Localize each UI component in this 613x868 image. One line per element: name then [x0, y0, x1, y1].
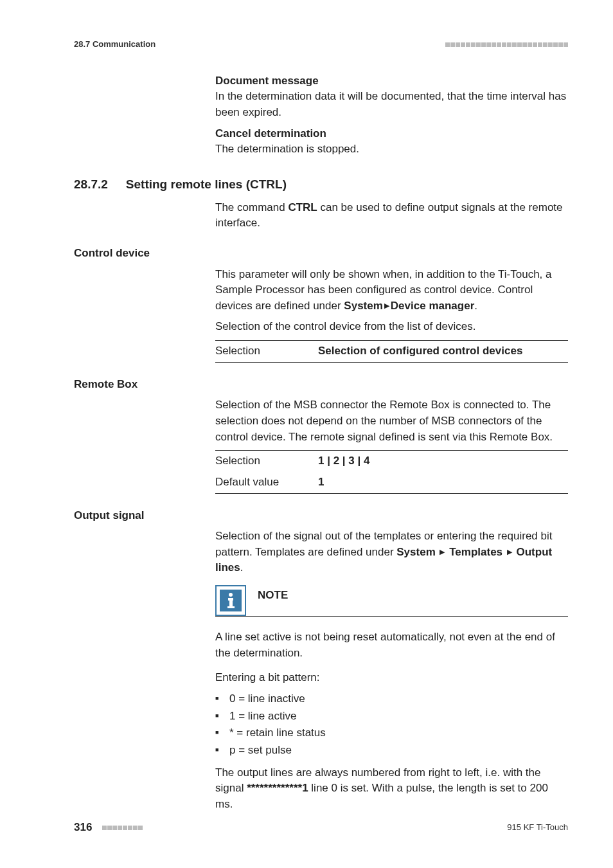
section-title: Setting remote lines (CTRL) [126, 176, 287, 194]
os-p1-post: . [240, 561, 244, 574]
section-intro-pre: The command [215, 201, 288, 213]
footer-decor [102, 826, 143, 830]
header-decor [445, 42, 568, 47]
cancel-title: Cancel determination [215, 126, 568, 142]
page-header: 28.7 Communication [74, 39, 568, 51]
docmsg-title: Document message [215, 73, 568, 89]
list-item: 1 = line active [229, 709, 568, 725]
intro-definitions: Document message In the determination da… [215, 73, 568, 158]
rb-sel-val: 1 | 2 | 3 | 4 [318, 451, 568, 472]
cd-table-key: Selection [215, 341, 318, 363]
cd-table-val: Selection of configured control devices [318, 341, 568, 363]
docmsg-text: In the determination data it will be doc… [215, 89, 568, 120]
triangle-icon: ▶ [384, 301, 389, 311]
triangle-icon: ▶ [507, 547, 512, 557]
rb-sel-key: Selection [215, 451, 318, 472]
cancel-text: The determination is stopped. [215, 141, 568, 158]
control-device-p1: This parameter will only be shown when, … [215, 267, 568, 314]
section-heading: 28.7.2 Setting remote lines (CTRL) [74, 176, 568, 194]
remote-box-p1: Selection of the MSB connector the Remot… [215, 397, 568, 445]
cd-p1-post: . [474, 300, 477, 312]
note-body: A line set active is not being reset aut… [215, 629, 568, 661]
os-p1-b2: Templates [449, 546, 502, 558]
info-icon [215, 585, 246, 616]
rb-def-key: Default value [215, 472, 318, 493]
section-number: 28.7.2 [74, 176, 108, 194]
svg-point-1 [229, 593, 233, 597]
cd-p1-pre: This parameter will only be shown when, … [215, 268, 552, 312]
page-footer: 316 915 KF Ti-Touch [74, 820, 568, 836]
list-item: * = retain line status [229, 725, 568, 741]
note-block: NOTE A line set active is not being rese… [215, 585, 568, 661]
output-signal-label: Output signal [74, 508, 568, 524]
control-device-table: Selection Selection of configured contro… [215, 340, 568, 363]
triangle-icon: ▶ [440, 547, 445, 557]
bit-intro: Entering a bit pattern: [215, 670, 568, 686]
footer-product: 915 KF Ti-Touch [507, 822, 568, 834]
os-p1-b1: System [396, 546, 435, 558]
section-intro: The command CTRL can be used to define o… [215, 200, 568, 231]
control-device-p2: Selection of the control device from the… [215, 319, 568, 335]
output-signal-p2: The output lines are always numbered fro… [215, 765, 568, 813]
list-item: p = set pulse [229, 743, 568, 759]
section-intro-bold: CTRL [288, 201, 317, 213]
rb-def-val: 1 [318, 472, 568, 493]
svg-rect-3 [229, 598, 233, 608]
note-title: NOTE [258, 585, 288, 604]
cd-p1-b1: System [344, 300, 382, 312]
header-section: 28.7 Communication [74, 39, 155, 51]
list-item: 0 = line inactive [229, 691, 568, 707]
cd-p1-b2: Device manager [391, 300, 474, 312]
svg-rect-4 [227, 606, 235, 608]
control-device-label: Control device [74, 246, 568, 262]
remote-box-table: Selection 1 | 2 | 3 | 4 Default value 1 [215, 450, 568, 493]
bit-list: 0 = line inactive 1 = line active * = re… [215, 691, 568, 759]
os-p2-bold: *************1 [247, 782, 308, 794]
page-number: 316 [74, 820, 92, 836]
output-signal-p1: Selection of the signal out of the templ… [215, 529, 568, 576]
remote-box-label: Remote Box [74, 377, 568, 393]
